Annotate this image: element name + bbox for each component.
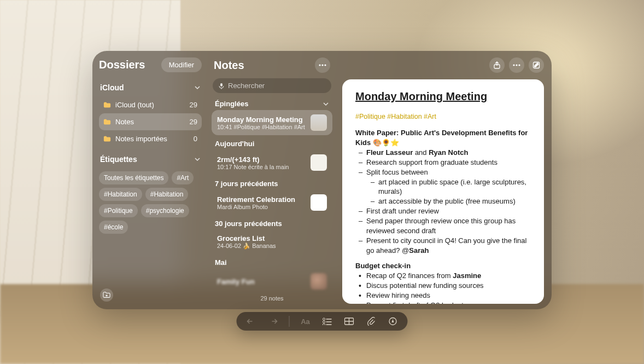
- list-item: Recap of Q2 finances from Jasmine: [355, 271, 531, 281]
- folder-name: Notes importées: [115, 135, 167, 143]
- svg-point-10: [323, 321, 325, 323]
- note-row-today[interactable]: 2rm/(+143 ft) 10:17 Note écrite à la mai…: [212, 150, 332, 175]
- folder-icloud-all[interactable]: iCloud (tout) 29: [99, 96, 202, 113]
- budget-heading: Budget check-in: [355, 261, 531, 271]
- markup-button[interactable]: [387, 315, 399, 327]
- folder-name: iCloud (tout): [115, 101, 154, 109]
- tags-section-header[interactable]: Étiquettes: [99, 153, 202, 166]
- folder-count: 29: [190, 118, 197, 126]
- note-hashtags: #Politique #Habitation #Art: [355, 112, 531, 122]
- format-button: Aa: [300, 315, 312, 327]
- share-button[interactable]: [489, 57, 505, 73]
- new-folder-button[interactable]: [100, 288, 113, 302]
- folder-icon: [103, 135, 111, 143]
- paperclip-icon: [367, 317, 375, 326]
- format-toolbar: Aa: [237, 312, 408, 331]
- tag-ecole[interactable]: #école: [99, 221, 128, 234]
- icloud-section-header[interactable]: iCloud: [99, 81, 202, 94]
- note-thumbnail: [311, 114, 327, 131]
- redo-button: [267, 315, 279, 327]
- list-item: Fleur Lasseur and Ryan Notch: [355, 148, 531, 158]
- section-label: Aujourd'hui: [215, 140, 254, 148]
- redo-icon: [268, 317, 278, 325]
- svg-point-1: [321, 64, 323, 66]
- tags-label: Étiquettes: [100, 155, 137, 164]
- tag-habitation-2[interactable]: #Habitation: [145, 188, 189, 201]
- share-icon: [493, 61, 501, 69]
- section-label: 7 jours précédents: [215, 180, 278, 188]
- section-may: Mai: [207, 255, 337, 268]
- chevron-down-icon: [323, 101, 329, 107]
- section-label: Épinglées: [215, 100, 248, 108]
- svg-point-6: [516, 64, 517, 66]
- microphone-icon: [218, 83, 225, 89]
- note-title: Groceries List: [217, 234, 327, 242]
- undo-icon: [247, 317, 256, 325]
- list-more-button[interactable]: [315, 57, 330, 73]
- svg-point-2: [324, 64, 326, 66]
- chevron-down-icon: [194, 156, 201, 163]
- folder-count: 29: [190, 101, 197, 109]
- ellipsis-icon: [513, 64, 520, 66]
- tags-container: Toutes les étiquettes #Art #Habitation #…: [99, 171, 202, 234]
- note-title: 2rm/(+143 ft): [217, 155, 306, 164]
- section-label: Mai: [215, 258, 227, 267]
- note-count-footer: 29 notes: [207, 295, 337, 302]
- svg-point-9: [323, 318, 325, 320]
- note-content[interactable]: Monday Morning Meeting #Politique #Habit…: [342, 79, 544, 304]
- checklist-icon: [323, 317, 332, 325]
- white-paper-line: White Paper: Public Art's Development Be…: [355, 128, 531, 148]
- folder-count: 0: [194, 135, 197, 143]
- note-title: Retirement Celebration: [217, 195, 306, 204]
- list-item: Review hiring needs: [355, 291, 531, 301]
- search-input[interactable]: [228, 82, 326, 90]
- note-subtitle: Mardi Album Photo: [217, 204, 306, 210]
- note-row-groceries[interactable]: Groceries List 24-06-02 🍌 Bananas: [212, 230, 332, 254]
- tag-all[interactable]: Toutes les étiquettes: [99, 171, 168, 184]
- list-item: Discus potential new funding sources: [355, 281, 531, 291]
- tag-habitation[interactable]: #Habitation: [99, 188, 142, 201]
- list-item: Send paper through review once this grou…: [355, 216, 531, 236]
- note-subtitle: 10:17 Note écrite à la main: [217, 164, 306, 170]
- folder-imported[interactable]: Notes importées 0: [99, 130, 202, 147]
- compose-button[interactable]: [529, 57, 544, 73]
- edit-button[interactable]: Modifier: [161, 57, 202, 72]
- checklist-button[interactable]: [321, 315, 333, 327]
- list-item: Present to city council in Q4! Can you g…: [355, 236, 531, 256]
- sidebar-title: Dossiers: [99, 59, 145, 71]
- note-thumbnail: [311, 194, 327, 211]
- svg-point-11: [323, 323, 325, 325]
- note-row-monday-meeting[interactable]: Monday Morning Meeting 10:41 #Politique …: [212, 110, 332, 135]
- list-item: Split focus between: [355, 167, 531, 177]
- tag-psychologie[interactable]: #psychologie: [141, 204, 189, 217]
- note-subtitle: 24-06-02 🍌 Bananas: [217, 242, 327, 250]
- svg-point-5: [513, 64, 514, 66]
- tag-art[interactable]: #Art: [172, 171, 194, 184]
- search-field[interactable]: [213, 78, 331, 93]
- attach-button[interactable]: [365, 315, 377, 327]
- notes-list-title: Notes: [214, 59, 244, 72]
- tag-politique[interactable]: #Politique: [99, 204, 138, 217]
- table-button[interactable]: [343, 315, 355, 327]
- compose-icon: [532, 61, 540, 69]
- note-row-retirement[interactable]: Retirement Celebration Mardi Album Photo: [212, 190, 332, 215]
- chevron-down-icon: [194, 84, 201, 91]
- markup-icon: [389, 317, 397, 326]
- note-title: Monday Morning Meeting: [217, 115, 306, 124]
- note-detail-panel: Monday Morning Meeting #Politique #Habit…: [337, 51, 552, 309]
- toolbar-divider: [289, 316, 290, 327]
- note-title: Family Fun: [217, 278, 306, 286]
- folder-name: Notes: [115, 118, 134, 126]
- section-today: Aujourd'hui: [207, 136, 337, 149]
- note-row-family-fun[interactable]: Family Fun: [212, 269, 332, 294]
- icloud-label: iCloud: [100, 83, 124, 92]
- folder-notes[interactable]: Notes 29: [99, 113, 202, 130]
- folders-sidebar: Dossiers Modifier iCloud iCloud (tout) 2…: [92, 51, 207, 309]
- detail-more-button[interactable]: [509, 57, 524, 73]
- section-pinned[interactable]: Épinglées: [207, 96, 337, 109]
- list-item: First draft under review: [355, 206, 531, 216]
- new-folder-icon: [103, 291, 110, 299]
- notes-list-panel: Notes Épinglées Monday Morning Meeting 1…: [207, 51, 337, 309]
- note-subtitle: 10:41 #Politique #Habitation #Art: [217, 124, 306, 130]
- list-item: Research support from graduate students: [355, 158, 531, 167]
